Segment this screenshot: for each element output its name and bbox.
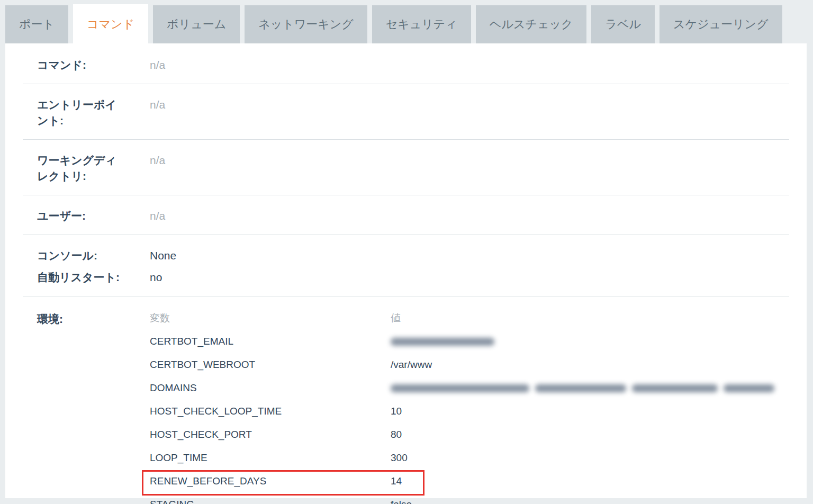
entrypoint-label: エントリーポイント: [23, 97, 150, 129]
env-table: 変数 値 CERTBOT_EMAIL CERTBOT_WEBROOT /var/… [150, 307, 789, 504]
env-var-name: HOST_CHECK_LOOP_TIME [150, 406, 391, 417]
redacted-value-blur [535, 384, 626, 392]
command-label: コマンド: [23, 57, 150, 73]
redacted-value-blur [391, 338, 494, 346]
env-var-value: 10 [391, 406, 789, 417]
env-var-value: 14 [391, 475, 789, 487]
console-label: コンソール: [23, 248, 150, 264]
redacted-value-blur [724, 384, 774, 392]
env-table-header: 変数 値 [150, 307, 789, 330]
env-header-value: 値 [391, 311, 789, 325]
environment-label: 環境: [23, 307, 150, 327]
env-var-value: 300 [391, 452, 789, 464]
redacted-value-blur [391, 384, 529, 392]
env-var-name: CERTBOT_EMAIL [150, 336, 391, 347]
env-var-name: STAGING [150, 499, 391, 504]
env-var-value: false [391, 499, 789, 504]
env-header-variable: 変数 [150, 311, 391, 325]
command-value: n/a [150, 57, 789, 73]
field-row-entrypoint: エントリーポイント: n/a [23, 84, 789, 140]
field-row-workdir: ワーキングディレクトリ: n/a [23, 140, 789, 195]
tab-volumes[interactable]: ボリューム [153, 5, 240, 43]
tab-networking[interactable]: ネットワーキング [245, 5, 367, 43]
env-row-host-check-port: HOST_CHECK_PORT 80 [150, 423, 789, 446]
env-var-name: HOST_CHECK_PORT [150, 429, 391, 440]
field-row-console-restart: コンソール: None 自動リスタート: no [23, 235, 789, 296]
env-var-value: 80 [391, 429, 789, 440]
env-var-value: /var/www [391, 359, 789, 371]
tab-security[interactable]: セキュリティ [372, 5, 471, 43]
restart-policy-label: 自動リスタート: [23, 269, 150, 285]
env-var-name: LOOP_TIME [150, 452, 391, 464]
tab-commands[interactable]: コマンド [73, 4, 148, 44]
field-row-command: コマンド: n/a [23, 43, 789, 84]
tab-ports[interactable]: ポート [5, 5, 68, 43]
restart-policy-value: no [150, 269, 789, 285]
tab-healthcheck[interactable]: ヘルスチェック [476, 5, 587, 43]
workdir-label: ワーキングディレクトリ: [23, 152, 150, 184]
user-value: n/a [150, 208, 789, 224]
tab-labels[interactable]: ラベル [591, 5, 655, 43]
env-row-certbot-email: CERTBOT_EMAIL [150, 330, 789, 353]
env-row-staging: STAGING false [150, 493, 789, 504]
env-var-name: CERTBOT_WEBROOT [150, 359, 391, 371]
console-value: None [150, 248, 789, 264]
user-label: ユーザー: [23, 208, 150, 224]
env-row-certbot-webroot: CERTBOT_WEBROOT /var/www [150, 353, 789, 376]
env-var-value [391, 382, 789, 394]
env-row-host-check-loop-time: HOST_CHECK_LOOP_TIME 10 [150, 400, 789, 423]
env-row-domains: DOMAINS [150, 376, 789, 400]
env-var-name: DOMAINS [150, 382, 391, 394]
tab-bar: ポート コマンド ボリューム ネットワーキング セキュリティ ヘルスチェック ラ… [0, 0, 813, 43]
env-row-renew-before-days: RENEW_BEFORE_DAYS 14 [150, 470, 789, 493]
environment-section: 環境: 変数 値 CERTBOT_EMAIL CERTBOT_WEBROOT /… [23, 296, 789, 504]
env-row-loop-time: LOOP_TIME 300 [150, 446, 789, 470]
workdir-value: n/a [150, 152, 789, 168]
commands-panel: コマンド: n/a エントリーポイント: n/a ワーキングディレクトリ: n/… [5, 43, 807, 498]
redacted-value-blur [632, 384, 718, 392]
tab-scheduling[interactable]: スケジューリング [660, 5, 782, 43]
env-var-name: RENEW_BEFORE_DAYS [150, 475, 391, 487]
env-var-value [391, 336, 789, 347]
entrypoint-value: n/a [150, 97, 789, 113]
field-row-user: ユーザー: n/a [23, 195, 789, 235]
